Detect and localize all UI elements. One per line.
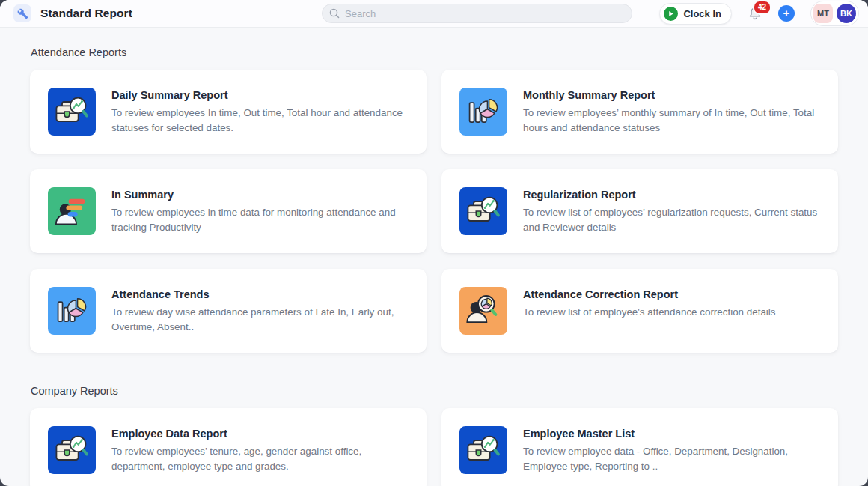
report-card[interactable]: In Summary To review employees in time d… [30,169,427,253]
card-title: Monthly Summary Report [523,89,820,101]
avatar[interactable]: MT [813,4,833,23]
notifications-button[interactable]: 42 [748,6,762,21]
card-text: Attendance Trends To review day wise att… [111,287,409,334]
header-right: Clock In 42 + MT BK [659,1,855,26]
card-description: To review employees in time data for mon… [111,205,409,234]
card-title: Daily Summary Report [111,89,409,101]
card-description: To review employees’ monthly summary of … [523,106,820,135]
section-grid: Employee Data Report To review employees… [30,408,838,486]
report-card[interactable]: Daily Summary Report To review employees… [30,70,427,154]
card-text: Daily Summary Report To review employees… [111,88,409,135]
card-text: Attendance Correction Report To review l… [523,287,776,320]
card-title: Regularization Report [523,189,820,201]
person-bars-icon [48,187,96,235]
briefcase-search-icon [48,426,96,474]
card-text: Regularization Report To review list of … [523,187,820,234]
report-card[interactable]: Attendance Trends To review day wise att… [30,269,427,353]
card-title: Attendance Correction Report [523,288,776,300]
search-bar [322,4,632,23]
wrench-icon [13,4,31,22]
bar-pie-chart-icon [48,287,96,335]
card-description: To review employees’ tenure, age, gender… [111,444,409,473]
briefcase-search-icon [459,426,507,474]
section-title: Attendance Reports [31,46,838,58]
card-description: To review list of employee's attendance … [523,305,776,320]
card-text: In Summary To review employees in time d… [111,187,409,234]
card-text: Monthly Summary Report To review employe… [523,88,820,135]
card-title: Employee Data Report [111,428,409,440]
play-icon [664,7,678,21]
report-sections: Attendance Reports Daily Summary Report … [0,46,868,486]
avatar[interactable]: BK [837,4,856,23]
page-title: Standard Report [40,7,132,20]
person-search-icon [459,287,507,335]
card-description: To review employee data - Office, Depart… [523,444,820,473]
report-card[interactable]: Monthly Summary Report To review employe… [441,70,838,154]
report-card[interactable]: Regularization Report To review list of … [441,169,838,253]
report-card[interactable]: Attendance Correction Report To review l… [441,269,838,353]
briefcase-search-icon [459,187,507,235]
briefcase-search-icon [48,88,96,136]
report-card[interactable]: Employee Master List To review employee … [441,408,838,486]
report-section: Company Reports Employee Data Report To … [30,385,838,486]
notification-badge: 42 [753,0,771,15]
top-bar: Standard Report Clock In 42 [0,0,868,28]
report-section: Attendance Reports Daily Summary Report … [30,46,838,353]
card-title: Employee Master List [523,428,820,440]
avatar-group[interactable]: MT BK [810,1,859,26]
card-description: To review employees In time, Out time, T… [111,106,409,135]
card-description: To review list of employees’ regularizat… [523,205,820,234]
card-text: Employee Data Report To review employees… [111,426,409,473]
card-text: Employee Master List To review employee … [523,426,820,473]
bar-pie-chart-icon [459,88,507,136]
clock-in-button[interactable]: Clock In [659,3,732,25]
app-frame: Standard Report Clock In 42 [0,0,868,486]
card-title: Attendance Trends [111,288,409,300]
clock-in-label: Clock In [683,8,721,19]
card-title: In Summary [111,189,409,201]
search-icon [328,7,340,19]
section-title: Company Reports [31,385,838,397]
header-left: Standard Report [13,4,322,22]
card-description: To review day wise attendance parameters… [111,305,409,334]
add-button[interactable]: + [778,5,795,22]
section-grid: Daily Summary Report To review employees… [30,70,838,353]
report-card[interactable]: Employee Data Report To review employees… [30,408,427,486]
search-input[interactable] [322,4,632,23]
